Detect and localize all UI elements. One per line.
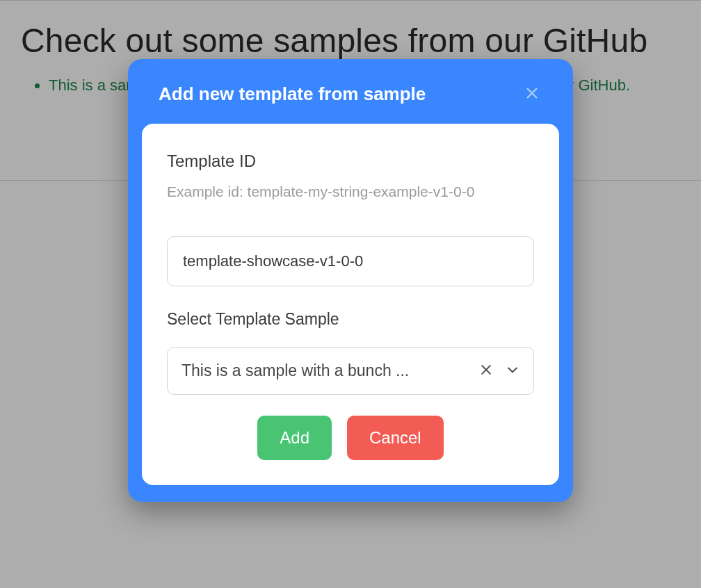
template-id-label: Template ID xyxy=(167,152,534,171)
select-clear-button[interactable] xyxy=(479,363,493,379)
add-template-dialog: Add new template from sample Template ID… xyxy=(128,59,573,502)
dialog-body: Template ID Example id: template-my-stri… xyxy=(142,124,559,485)
x-icon xyxy=(479,363,493,379)
modal-overlay[interactable]: Add new template from sample Template ID… xyxy=(0,0,701,588)
close-button[interactable] xyxy=(522,83,542,106)
close-icon xyxy=(524,85,540,103)
select-icons xyxy=(479,363,519,379)
template-sample-select[interactable]: This is a sample with a bunch ... xyxy=(167,347,534,395)
dialog-header: Add new template from sample xyxy=(128,59,573,124)
add-button[interactable]: Add xyxy=(257,416,332,460)
dialog-button-row: Add Cancel xyxy=(167,416,534,460)
cancel-button[interactable]: Cancel xyxy=(347,416,444,460)
select-value: This is a sample with a bunch ... xyxy=(182,361,474,380)
select-dropdown-toggle[interactable] xyxy=(506,363,519,379)
chevron-down-icon xyxy=(506,363,519,379)
dialog-title: Add new template from sample xyxy=(159,83,426,105)
select-sample-label: Select Template Sample xyxy=(167,310,534,329)
template-id-input[interactable] xyxy=(167,236,534,286)
template-id-hint: Example id: template-my-string-example-v… xyxy=(167,183,534,200)
